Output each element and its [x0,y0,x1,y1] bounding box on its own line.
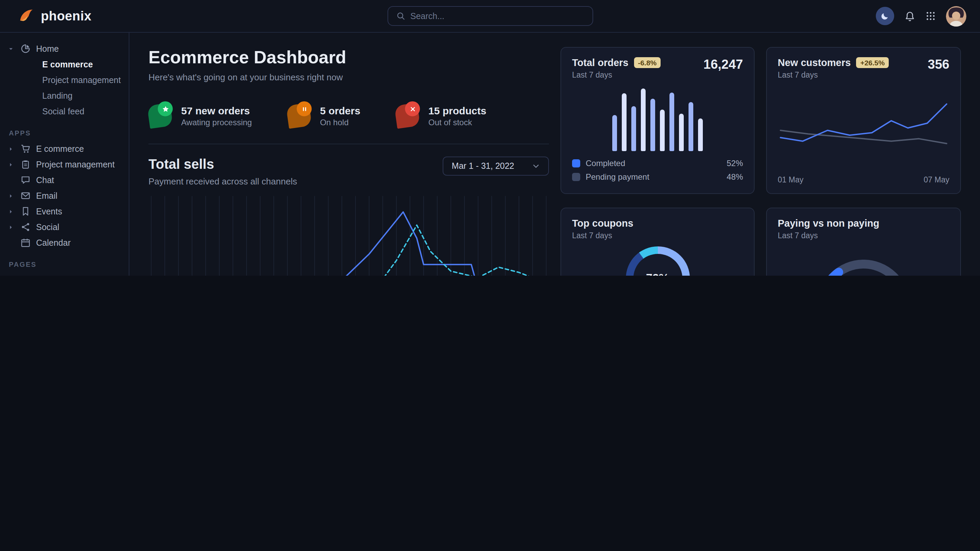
paying-vs-non-paying-card: Paying vs non paying Last 7 days Paying … [766,208,961,276]
caret-right-icon [8,161,14,168]
sidebar-item-ecommerce-dashboard[interactable]: E commerce [0,57,129,72]
sidebar-item-label: Project management [42,75,121,85]
sidebar-item-project-management[interactable]: Project management [0,157,129,172]
on-hold-blob [286,103,312,129]
sidebar-item-label: Landing [42,91,73,100]
sidebar-item-ecommerce[interactable]: E commerce [0,141,129,157]
cart-icon [21,144,31,154]
caret-down-icon [8,45,14,52]
date-range-select[interactable]: Mar 1 - 31, 2022 [443,157,549,176]
sidebar-item-calendar[interactable]: Calendar [0,235,129,251]
stat-orders-on-hold: 5 orders On hold [287,104,360,127]
phoenix-logo-icon [18,8,35,24]
change-badge: +26.5% [856,57,889,68]
calendar-icon [21,238,31,248]
x-icon [405,102,420,116]
change-badge: -6.8% [634,57,660,68]
card-period: Last 7 days [572,71,660,79]
avatar-image [946,6,966,26]
new-orders-blob [147,103,173,129]
stats-divider [148,144,549,144]
card-period: Last 7 days [778,71,889,79]
x-tick: 07 May [924,176,949,184]
apps-menu-button[interactable] [926,11,936,21]
sidebar-item-label: Calendar [36,238,70,248]
new-customers-value: 356 [928,57,949,72]
stat-caption: Awating processing [181,118,252,127]
legend-swatch [572,159,580,167]
clipboard-icon [21,159,31,170]
page-subtitle: Here's what's going on at your business … [148,72,549,83]
sidebar-item-social-feed[interactable]: Social feed [0,103,129,119]
theme-toggle-button[interactable] [876,7,894,25]
legend-value: 48% [727,172,743,182]
card-period: Last 7 days [572,232,633,240]
main-content: Ecommerce Dashboard Here's what's going … [129,33,980,276]
stat-caption: On hold [320,118,360,127]
sidebar: Home E commerce Project management Landi… [0,33,129,276]
sidebar-item-label: Project management [36,160,115,169]
brand[interactable]: phoenix [18,8,92,24]
top-navbar: phoenix [0,0,980,33]
user-avatar[interactable] [946,6,966,26]
sidebar-item-label: Social feed [42,106,84,116]
x-tick: 01 May [778,176,803,184]
sidebar-item-social[interactable]: Social [0,219,129,235]
legend-swatch [572,173,580,181]
new-customers-card: New customers +26.5% Last 7 days 356 01 … [766,47,961,194]
stat-new-orders: 57 new orders Awating processing [148,104,252,127]
sidebar-item-project-management-dashboard[interactable]: Project management [0,72,129,88]
moon-icon [881,11,889,21]
caret-right-icon [8,224,14,230]
brand-name: phoenix [41,8,92,24]
date-range-value: Mar 1 - 31, 2022 [452,161,514,171]
bookmark-icon [21,206,31,216]
dashboard-top-section: Ecommerce Dashboard Here's what's going … [129,33,980,276]
sidebar-item-home[interactable]: Home [0,41,129,57]
card-title: New customers [778,57,851,68]
search-icon [396,11,405,21]
page-title: Ecommerce Dashboard [148,47,549,68]
share-icon [21,222,31,232]
sidebar-item-starter[interactable]: Starter [0,272,129,276]
top-coupons-donut-chart: 72% [625,246,690,276]
legend-item: Completed 52% [572,157,743,170]
donut-center-value: 72% [625,246,690,276]
sidebar-item-landing[interactable]: Landing [0,88,129,103]
caret-right-icon [8,145,14,152]
caret-right-icon [8,192,14,199]
mail-icon [21,191,31,201]
stat-value: 5 orders [320,105,360,116]
navbar-search-input[interactable] [410,11,584,21]
bell-icon [904,11,915,21]
legend-item: Pending payment 48% [572,170,743,184]
notifications-button[interactable] [904,11,915,21]
phoenix-dashboard: phoenix [0,0,980,276]
chat-icon [21,175,31,185]
stat-value: 57 new orders [181,105,252,116]
total-orders-value: 16,247 [703,57,743,72]
navbar-search[interactable] [387,6,593,26]
sidebar-section-apps: APPS [9,129,129,137]
sidebar-section-pages: PAGES [9,261,129,268]
sidebar-item-chat[interactable]: Chat [0,172,129,188]
sidebar-item-label: Events [36,206,62,216]
pause-icon [297,102,312,116]
sidebar-item-label: Starter [36,275,62,276]
sidebar-item-label: E commerce [42,60,93,69]
card-title: Paying vs non paying [778,218,879,229]
card-period: Last 7 days [778,232,879,240]
kpi-cards-grid: Total orders -6.8% Last 7 days 16,247 Co… [560,47,961,276]
sidebar-item-label: E commerce [36,144,84,154]
legend-label: Pending payment [586,172,649,182]
sidebar-item-email[interactable]: Email [0,188,129,203]
stat-out-of-stock: 15 products Out of stock [396,104,486,127]
legend-label: Completed [586,159,625,168]
sidebar-item-label: Home [36,44,59,54]
total-orders-bar-chart [572,89,743,151]
navbar-actions [876,6,966,26]
sidebar-item-events[interactable]: Events [0,203,129,219]
chevron-down-icon [532,162,540,170]
pie-chart-icon [21,44,31,54]
card-title: Top coupons [572,218,633,229]
